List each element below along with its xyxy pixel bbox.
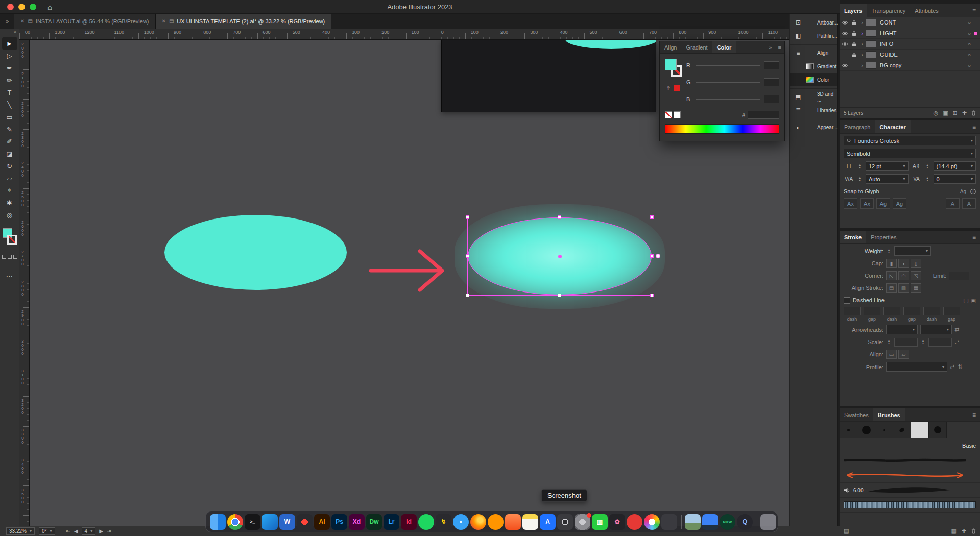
disclosure-icon[interactable]: › bbox=[858, 19, 866, 26]
tab-transparency[interactable]: Transparency bbox=[867, 4, 910, 17]
paintbrush-tool[interactable]: ✎ bbox=[2, 123, 17, 135]
target-circle-icon[interactable]: ○ bbox=[965, 63, 974, 68]
snap-glyph-button[interactable]: Ag bbox=[876, 198, 890, 209]
calligraphic-brush-cell[interactable] bbox=[893, 422, 911, 438]
profile-flip-icon[interactable]: ⇅ bbox=[958, 363, 962, 370]
display-sidecar[interactable] bbox=[702, 514, 718, 530]
appstore[interactable]: A bbox=[540, 514, 556, 530]
target-circle-icon[interactable]: ○ bbox=[965, 31, 974, 36]
ndw-app[interactable]: NDW bbox=[720, 514, 735, 530]
lock-icon[interactable] bbox=[850, 31, 858, 36]
dash-gap-field[interactable] bbox=[844, 307, 861, 315]
close-window-button[interactable] bbox=[7, 4, 14, 10]
direct-selection-tool[interactable]: ▷ bbox=[2, 50, 17, 62]
tab-close-icon[interactable]: ✕ bbox=[162, 18, 166, 24]
last-color-swatch[interactable] bbox=[674, 85, 680, 91]
info-icon[interactable]: i bbox=[970, 189, 976, 194]
visibility-eye-icon[interactable] bbox=[840, 42, 850, 46]
firefox[interactable] bbox=[470, 514, 486, 530]
edit-toolbar-button[interactable]: ⋯ bbox=[6, 272, 13, 280]
corner-button[interactable]: ◺ bbox=[886, 271, 897, 280]
eyedropper-tool[interactable]: ⌖ bbox=[2, 184, 17, 197]
profile-field[interactable] bbox=[886, 362, 947, 372]
snap-glyph-button[interactable]: Ax bbox=[860, 198, 874, 209]
channel-slider[interactable] bbox=[696, 99, 760, 100]
font-size-stepper[interactable] bbox=[857, 164, 863, 169]
vscode[interactable] bbox=[262, 514, 278, 530]
font-style-field[interactable]: Semibold bbox=[844, 149, 976, 158]
visibility-eye-icon[interactable] bbox=[840, 63, 850, 68]
photos-dark[interactable]: ✿ bbox=[609, 514, 625, 530]
curvature-tool[interactable]: ✏ bbox=[2, 74, 17, 86]
selection-handle[interactable] bbox=[466, 254, 469, 258]
kerning-field[interactable]: Auto bbox=[866, 174, 909, 184]
teal-arc-shape[interactable] bbox=[565, 40, 656, 49]
align-stroke-button[interactable]: ▤ bbox=[886, 283, 897, 293]
selection-handle[interactable] bbox=[650, 254, 654, 258]
stroke-color-swatch[interactable] bbox=[7, 235, 17, 245]
layer-thumbnail[interactable] bbox=[866, 40, 876, 47]
layer-thumbnail[interactable] bbox=[866, 30, 876, 37]
scale-end-stepper[interactable] bbox=[920, 339, 926, 345]
brush-row-basic[interactable]: Basic bbox=[840, 438, 980, 453]
tab-brushes[interactable]: Brushes bbox=[873, 408, 905, 421]
automator-bolt[interactable]: ↯ bbox=[436, 514, 451, 530]
system-settings[interactable] bbox=[575, 514, 590, 530]
brush-options-icon[interactable]: ▦ bbox=[951, 528, 956, 534]
quicktime[interactable]: Q bbox=[737, 514, 753, 530]
dash-gap-field[interactable] bbox=[923, 307, 940, 315]
visibility-eye-icon[interactable] bbox=[840, 20, 850, 25]
new-sublayer-icon[interactable]: ⊞ bbox=[953, 110, 958, 116]
panel-menu-icon[interactable]: ≡ bbox=[775, 44, 784, 51]
artboards[interactable]: ⊡ Artboar... bbox=[790, 16, 837, 29]
dash-corner-icon[interactable]: ▣ bbox=[971, 297, 976, 304]
tab-character[interactable]: Character bbox=[875, 120, 910, 133]
selection-handle[interactable] bbox=[466, 294, 469, 297]
panel-menu-icon[interactable]: ≡ bbox=[968, 234, 980, 241]
snap-baseline-button[interactable]: A bbox=[946, 198, 960, 209]
snap-glyph-button[interactable]: Ax bbox=[844, 198, 857, 209]
previous-artboard-icon[interactable]: ◀ bbox=[74, 528, 78, 534]
target-circle-icon[interactable]: ○ bbox=[965, 52, 974, 58]
3d-and-materials[interactable]: ⬒ 3D and ... bbox=[790, 88, 837, 104]
snap-glyph-button[interactable]: Ag bbox=[893, 198, 906, 209]
lock-icon[interactable] bbox=[850, 41, 858, 47]
selection-handle[interactable] bbox=[650, 294, 654, 297]
gradient[interactable]: Gradient bbox=[790, 60, 837, 73]
dash-gap-field[interactable] bbox=[903, 307, 920, 315]
tracking-field[interactable]: 0 bbox=[934, 174, 976, 184]
layer-name[interactable]: LIGHT bbox=[880, 30, 965, 36]
dreamweaver[interactable]: Dw bbox=[366, 514, 382, 530]
calligraphic-brush-cell[interactable] bbox=[911, 422, 929, 438]
color-spectrum-bar[interactable] bbox=[665, 124, 779, 134]
arrowhead-start-field[interactable] bbox=[886, 325, 918, 334]
leading-field[interactable]: (14.4 pt) bbox=[934, 161, 976, 171]
photoshop[interactable]: Ps bbox=[331, 514, 347, 530]
draw-inside-icon[interactable] bbox=[13, 255, 17, 259]
libraries[interactable]: ≣ Libraries bbox=[790, 104, 837, 117]
tab-paragraph[interactable]: Paragraph bbox=[840, 120, 875, 133]
tab-close-icon[interactable]: ✕ bbox=[20, 18, 25, 24]
calligraphic-brush-cell[interactable] bbox=[875, 422, 893, 438]
channel-value-field[interactable] bbox=[764, 95, 779, 103]
brush-row-taper[interactable]: 6.00 bbox=[840, 483, 980, 498]
disclosure-icon[interactable]: › bbox=[858, 62, 866, 68]
glyph-guides-icon[interactable]: Ag bbox=[960, 189, 966, 194]
swap-arrowheads-icon[interactable]: ⇄ bbox=[954, 326, 959, 333]
disclosure-icon[interactable]: › bbox=[858, 30, 866, 36]
cap-button[interactable]: ▮ bbox=[886, 259, 897, 268]
align[interactable]: ≡ Align bbox=[790, 44, 837, 60]
fill-color-swatch[interactable] bbox=[665, 59, 677, 70]
scale-start-stepper[interactable] bbox=[886, 339, 892, 345]
tab-layers[interactable]: Layers bbox=[840, 4, 867, 17]
weight-field[interactable] bbox=[894, 246, 931, 256]
zoom-tool[interactable]: ◎ bbox=[2, 209, 17, 221]
layer-name[interactable]: GUIDE bbox=[880, 52, 965, 58]
scale-start-field[interactable] bbox=[894, 338, 918, 347]
tab-gradient[interactable]: Gradient bbox=[681, 41, 712, 53]
white-swatch[interactable] bbox=[674, 111, 681, 118]
layer-thumbnail[interactable] bbox=[866, 62, 876, 69]
rotation-field[interactable]: 0° bbox=[39, 527, 55, 535]
numbers[interactable]: ▥ bbox=[592, 514, 608, 530]
new-brush-icon[interactable]: ✚ bbox=[962, 528, 966, 534]
